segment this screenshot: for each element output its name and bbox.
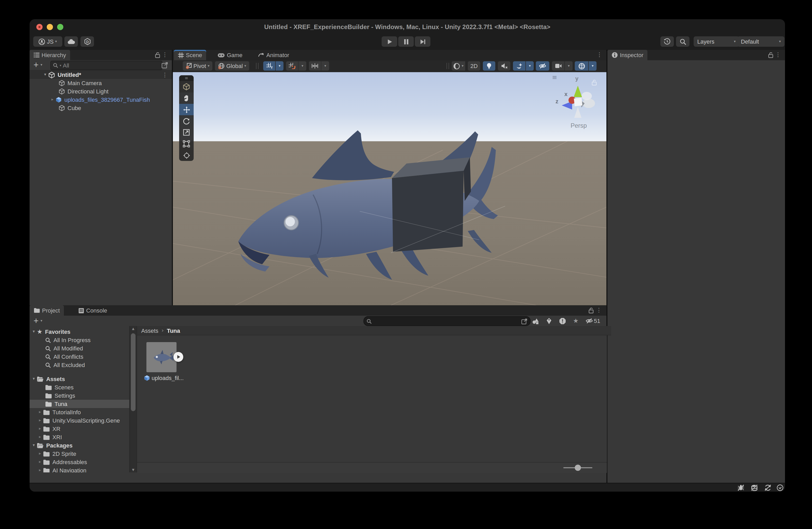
- foldout-closed-icon[interactable]: ▸: [37, 418, 43, 423]
- kebab-menu-icon[interactable]: ⋮: [775, 52, 781, 58]
- snap-dropdown[interactable]: ▾: [298, 61, 306, 71]
- kebab-menu-icon[interactable]: ⋮: [596, 52, 602, 58]
- thumbnail-zoom-knob[interactable]: [575, 465, 581, 471]
- assets-root[interactable]: ▾ Assets: [30, 375, 129, 383]
- foldout-closed-icon[interactable]: ▸: [37, 452, 43, 456]
- overlay-drag-handle[interactable]: ≡: [179, 75, 194, 81]
- foldout-closed-icon[interactable]: ▸: [37, 468, 43, 472]
- saved-search-all-excluded[interactable]: All Excluded: [30, 361, 129, 369]
- saved-search-all-conflicts[interactable]: All Conflicts: [30, 352, 129, 361]
- window-picker-icon[interactable]: [161, 62, 168, 69]
- orientation-gizmo[interactable]: y x z: [554, 77, 601, 129]
- create-asset-button[interactable]: +: [33, 317, 39, 324]
- layers-dropdown[interactable]: Layers ▾: [694, 36, 739, 47]
- hierarchy-search-input[interactable]: [63, 62, 160, 69]
- foldout-open-icon[interactable]: ▾: [31, 330, 37, 334]
- project-search-field[interactable]: [363, 316, 531, 326]
- snap-increment-dropdown[interactable]: ▾: [321, 61, 329, 71]
- kebab-menu-icon[interactable]: ⋮: [596, 307, 602, 313]
- tab-scene[interactable]: Scene: [174, 50, 206, 60]
- tab-hierarchy[interactable]: Hierarchy: [30, 50, 70, 60]
- folder-ai-navigation[interactable]: ▸ AI Navigation: [30, 466, 129, 472]
- cloud-button[interactable]: [64, 36, 78, 47]
- audio-toggle[interactable]: [498, 61, 510, 71]
- pivot-dropdown[interactable]: Pivot ▾: [183, 61, 212, 71]
- cube-object[interactable]: [392, 157, 471, 252]
- hierarchy-item-directional-light[interactable]: Directional Light: [30, 87, 172, 95]
- folder-visualscripting[interactable]: ▸ Unity.VisualScripting.Gene: [30, 416, 129, 425]
- lighting-toggle[interactable]: [483, 61, 495, 71]
- hierarchy-item-main-camera[interactable]: Main Camera: [30, 79, 172, 87]
- window-picker-icon[interactable]: [521, 318, 527, 324]
- pause-button[interactable]: [398, 36, 414, 47]
- folder-xr[interactable]: ▸ XR: [30, 425, 129, 433]
- shading-mode-dropdown[interactable]: ▾: [452, 61, 465, 71]
- tab-animator[interactable]: Animator: [254, 50, 293, 60]
- move-tool-button[interactable]: [179, 104, 194, 115]
- foldout-closed-icon[interactable]: ▸: [37, 427, 43, 431]
- rotate-tool-button[interactable]: [179, 115, 194, 127]
- folder-tutorialinfo[interactable]: ▸ TutorialInfo: [30, 408, 129, 416]
- chevron-down-icon[interactable]: ▾: [41, 319, 42, 323]
- global-dropdown[interactable]: Global ▾: [215, 61, 249, 71]
- add-gameobject-button[interactable]: +: [33, 61, 39, 68]
- scrollbar-thumb[interactable]: [131, 333, 135, 411]
- foldout-open-icon[interactable]: ▾: [42, 73, 48, 77]
- tab-console[interactable]: Console: [74, 305, 111, 315]
- scale-tool-button[interactable]: [179, 127, 194, 138]
- foldout-closed-icon[interactable]: ▸: [37, 435, 43, 439]
- favorites-filter-button[interactable]: ★: [569, 316, 582, 325]
- foldout-closed-icon[interactable]: ▸: [49, 98, 56, 102]
- scroll-down-arrow[interactable]: ▼: [130, 468, 136, 471]
- grid-visibility-dropdown[interactable]: ▾: [275, 61, 284, 71]
- search-by-label-button[interactable]: [542, 316, 555, 325]
- debugger-disabled-icon[interactable]: [737, 484, 744, 491]
- effects-toggle[interactable]: [513, 61, 525, 71]
- projection-label[interactable]: Persp: [570, 122, 587, 129]
- search-by-type-button[interactable]: [529, 316, 541, 325]
- lock-icon[interactable]: [588, 307, 594, 313]
- tab-game[interactable]: Game: [213, 50, 247, 60]
- scene-viewport[interactable]: ≡: [173, 72, 606, 305]
- tree-scrollbar[interactable]: ▲ ▼: [129, 326, 136, 472]
- step-button[interactable]: [415, 36, 431, 47]
- scene-header-row[interactable]: ▾ Untitled* ⋮: [30, 71, 172, 79]
- scene-visibility-toggle[interactable]: [536, 61, 549, 71]
- progress-status-icon[interactable]: [777, 484, 783, 491]
- version-badge-button[interactable]: D: [81, 36, 94, 47]
- folder-settings[interactable]: Settings: [30, 392, 129, 400]
- folder-2d-sprite[interactable]: ▸ 2D Sprite: [30, 450, 129, 458]
- packages-root[interactable]: ▾ Packages: [30, 441, 129, 450]
- 2d-toggle[interactable]: 2D: [468, 61, 480, 71]
- effects-dropdown[interactable]: ▾: [525, 61, 534, 71]
- transform-tool-button[interactable]: [179, 149, 194, 161]
- play-button[interactable]: [381, 36, 397, 47]
- camera-settings-dropdown[interactable]: ▾: [564, 61, 572, 71]
- hidden-items-button[interactable]: 51: [583, 316, 603, 325]
- tab-inspector[interactable]: Inspector: [607, 50, 648, 60]
- scene-kebab-icon[interactable]: ⋮: [162, 72, 168, 78]
- gizmos-dropdown[interactable]: ▾: [588, 61, 596, 71]
- breadcrumb-tuna[interactable]: Tuna: [167, 327, 180, 334]
- cache-server-disabled-icon[interactable]: [751, 484, 758, 491]
- invalid-results-button[interactable]: [556, 316, 568, 325]
- gizmos-toggle[interactable]: [575, 61, 588, 71]
- layout-dropdown[interactable]: Default ▾: [737, 36, 784, 47]
- saved-search-all-in-progress[interactable]: All In Progress: [30, 336, 129, 344]
- kebab-menu-icon[interactable]: ⋮: [162, 52, 168, 58]
- tab-project[interactable]: Project: [30, 305, 64, 315]
- lock-icon[interactable]: [768, 52, 773, 58]
- hierarchy-item-cube[interactable]: Cube: [30, 104, 172, 112]
- camera-settings-button[interactable]: [552, 61, 564, 71]
- tuna-fish-model[interactable]: [235, 128, 505, 284]
- foldout-open-icon[interactable]: ▾: [31, 443, 37, 447]
- scroll-up-arrow[interactable]: ▲: [130, 327, 136, 330]
- favorites-root[interactable]: ▾ ★ Favorites: [30, 327, 129, 336]
- saved-search-all-modified[interactable]: All Modified: [30, 344, 129, 352]
- project-search-input[interactable]: [374, 318, 519, 324]
- snap-toggle[interactable]: [286, 61, 298, 71]
- folder-addressables[interactable]: ▸ Addressables: [30, 458, 129, 466]
- breadcrumb-assets[interactable]: Assets: [141, 327, 158, 334]
- lock-icon[interactable]: [155, 52, 160, 58]
- grid-visibility-toggle[interactable]: Y: [263, 61, 275, 71]
